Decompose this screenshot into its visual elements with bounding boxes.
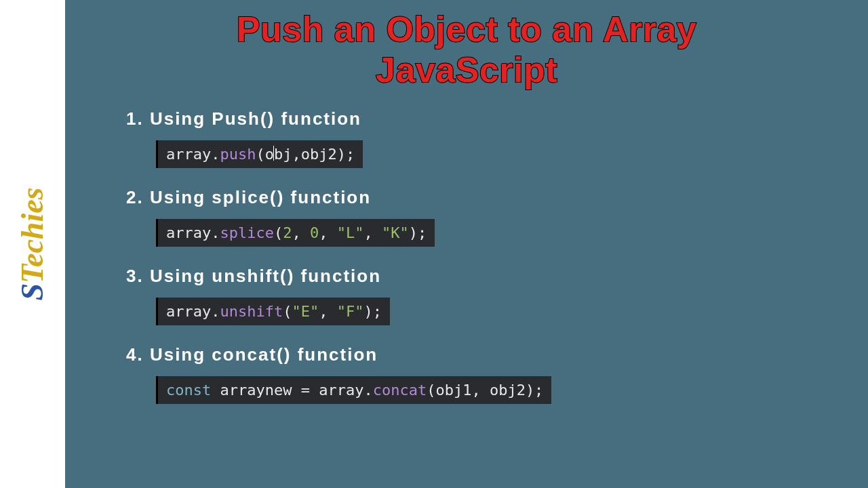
code-dot: . xyxy=(211,224,220,241)
code-number: 2 xyxy=(283,224,292,241)
code-dot: . xyxy=(211,303,220,320)
code-arg: obj2 xyxy=(301,146,337,163)
code-wrap: array.unshift("E", "F"); xyxy=(126,298,868,325)
code-concat: const arraynew = array.concat(obj1, obj2… xyxy=(156,376,551,404)
code-eq: = xyxy=(301,382,319,399)
code-dot: . xyxy=(211,146,220,163)
code-arg: bj xyxy=(274,146,292,163)
code-comma: , xyxy=(471,382,490,399)
code-splice: array.splice(2, 0, "L", "K"); xyxy=(156,219,435,247)
code-close: ); xyxy=(409,224,427,241)
code-open: ( xyxy=(427,382,435,399)
code-object: array xyxy=(166,303,211,320)
code-string: "E" xyxy=(292,303,319,320)
brand-logo: STechies xyxy=(17,188,48,301)
content-list: 1. Using Push() function array.push(obj,… xyxy=(65,108,868,404)
code-comma: , xyxy=(319,224,337,241)
code-arg: o xyxy=(265,146,274,163)
code-wrap: array.splice(2, 0, "L", "K"); xyxy=(126,219,868,247)
section-heading-unshift: 3. Using unshift() function xyxy=(126,266,868,287)
document-root: STechies Push an Object to an Array Java… xyxy=(0,0,868,488)
code-comma: , xyxy=(319,303,337,320)
code-method: splice xyxy=(220,224,273,241)
code-string: "F" xyxy=(337,303,364,320)
code-object: array xyxy=(166,146,211,163)
code-lhs: arraynew xyxy=(211,382,300,399)
code-unshift: array.unshift("E", "F"); xyxy=(156,298,390,325)
code-arg: obj1 xyxy=(435,382,471,399)
code-wrap: array.push(obj,obj2); xyxy=(126,140,868,168)
section-heading-push: 1. Using Push() function xyxy=(126,108,868,129)
code-comma: , xyxy=(363,224,382,241)
code-keyword: const xyxy=(166,382,211,399)
code-string: "L" xyxy=(337,224,364,241)
left-sidebar: STechies xyxy=(0,0,65,488)
code-method: push xyxy=(220,146,256,163)
main-panel: Push an Object to an Array JavaScript 1.… xyxy=(65,0,868,488)
brand-first-letter: S xyxy=(15,283,50,301)
brand-rest: Techies xyxy=(15,188,50,283)
title-container: Push an Object to an Array JavaScript xyxy=(65,9,868,91)
page-title: Push an Object to an Array JavaScript xyxy=(237,9,697,91)
section-heading-splice: 2. Using splice() function xyxy=(126,187,868,208)
code-open: ( xyxy=(256,146,264,163)
code-close: ); xyxy=(526,382,544,399)
code-method: concat xyxy=(373,382,427,399)
code-comma: , xyxy=(292,146,300,163)
code-open: ( xyxy=(274,224,283,241)
code-push: array.push(obj,obj2); xyxy=(156,140,363,168)
code-object: array xyxy=(166,224,211,241)
code-string: "K" xyxy=(382,224,409,241)
code-number: 0 xyxy=(310,224,319,241)
section-heading-concat: 4. Using concat() function xyxy=(126,344,868,365)
code-wrap: const arraynew = array.concat(obj1, obj2… xyxy=(126,376,868,404)
title-line-2: JavaScript xyxy=(376,50,557,89)
code-comma: , xyxy=(292,224,310,241)
code-arg: obj2 xyxy=(490,382,526,399)
code-open: ( xyxy=(283,303,292,320)
code-object: array xyxy=(319,382,363,399)
code-dot: . xyxy=(363,382,372,399)
title-line-1: Push an Object to an Array xyxy=(237,9,697,49)
code-close: ); xyxy=(337,146,355,163)
code-method: unshift xyxy=(220,303,283,320)
code-close: ); xyxy=(363,303,382,320)
